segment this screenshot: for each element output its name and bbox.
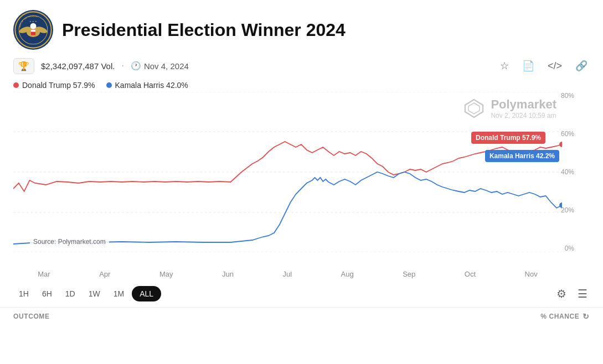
harris-tooltip: Kamala Harris 42.2% — [485, 150, 559, 162]
x-label-jul: Jul — [282, 270, 292, 278]
trump-legend-label: Donald Trump 57.9% — [22, 81, 95, 90]
volume-text: $2,342,097,487 Vol. — [41, 61, 115, 71]
time-buttons-row: 1H 6H 1D 1W 1M ALL ⚙ ☰ — [0, 278, 603, 307]
link-button[interactable]: 🔗 — [573, 58, 590, 74]
svg-rect-7 — [31, 30, 35, 32]
trump-legend-dot — [13, 82, 19, 88]
star-button[interactable]: ☆ — [498, 58, 511, 74]
x-label-aug: Aug — [341, 270, 354, 278]
y-axis: 80% 60% 40% 20% 0% — [561, 92, 576, 252]
chart-svg-container — [13, 92, 562, 252]
trump-legend-item: Donald Trump 57.9% — [13, 81, 95, 90]
x-label-nov: Nov — [525, 270, 538, 278]
document-button[interactable]: 📄 — [520, 58, 537, 74]
svg-point-5 — [30, 23, 37, 29]
bottom-bar: OUTCOME % CHANCE ↻ — [0, 307, 603, 325]
filter-button[interactable]: ⚙ — [554, 285, 569, 303]
toolbar: 🏆 $2,342,097,487 Vol. · 🕐 Nov 4, 2024 ☆ … — [0, 55, 603, 79]
x-label-sep: Sep — [403, 270, 415, 278]
y-label-80: 80% — [561, 92, 574, 100]
source-label: Source: Polymarket.com — [30, 237, 109, 247]
harris-legend-label: Kamala Harris 42.0% — [115, 81, 188, 90]
y-label-60: 60% — [561, 130, 574, 138]
x-axis: Mar Apr May Jun Jul Aug Sep Oct Nov — [0, 269, 575, 278]
page-title: Presidential Election Winner 2024 — [62, 20, 346, 40]
svg-text:★ ★ ★: ★ ★ ★ — [29, 20, 37, 23]
x-label-apr: Apr — [99, 270, 110, 278]
time-buttons-left: 1H 6H 1D 1W 1M ALL — [13, 286, 161, 301]
main-container: ★ ★ ★ SEAL OF THE PRESIDENT Presidential… — [0, 0, 603, 364]
chart-svg — [13, 92, 562, 252]
x-label-oct: Oct — [465, 270, 476, 278]
time-btn-1h[interactable]: 1H — [13, 286, 34, 301]
outcome-label: OUTCOME — [13, 313, 50, 320]
time-btn-all[interactable]: ALL — [132, 286, 161, 301]
time-buttons-right: ⚙ ☰ — [554, 285, 590, 303]
time-btn-1m[interactable]: 1M — [108, 286, 130, 301]
x-label-mar: Mar — [38, 270, 50, 278]
x-label-may: May — [159, 270, 173, 278]
clock-icon: 🕐 — [131, 61, 141, 71]
y-label-20: 20% — [561, 206, 574, 214]
trophy-badge: 🏆 — [13, 58, 34, 74]
chart-area: Polymarket Nov 2, 2024 10:59 am — [0, 92, 603, 269]
settings-button[interactable]: ☰ — [575, 285, 590, 303]
date-text: 🕐 Nov 4, 2024 — [131, 61, 189, 71]
chart-wrapper: Polymarket Nov 2, 2024 10:59 am — [13, 92, 590, 269]
toolbar-right: ☆ 📄 </> 🔗 — [498, 58, 590, 74]
header: ★ ★ ★ SEAL OF THE PRESIDENT Presidential… — [0, 0, 603, 55]
refresh-icon[interactable]: ↻ — [583, 312, 590, 321]
toolbar-left: 🏆 $2,342,097,487 Vol. · 🕐 Nov 4, 2024 — [13, 58, 189, 74]
code-button[interactable]: </> — [545, 58, 564, 74]
trump-tooltip: Donald Trump 57.9% — [471, 132, 545, 144]
time-btn-1d[interactable]: 1D — [60, 286, 81, 301]
harris-legend-item: Kamala Harris 42.0% — [106, 81, 188, 90]
y-label-40: 40% — [561, 168, 574, 176]
harris-legend-dot — [106, 82, 112, 88]
time-btn-6h[interactable]: 6H — [37, 286, 58, 301]
x-label-jun: Jun — [222, 270, 234, 278]
chance-label: % CHANCE ↻ — [540, 312, 590, 321]
legend: Donald Trump 57.9% Kamala Harris 42.0% — [0, 79, 603, 90]
time-btn-1w[interactable]: 1W — [83, 286, 106, 301]
y-label-0: 0% — [561, 245, 574, 252]
presidential-seal: ★ ★ ★ SEAL OF THE PRESIDENT — [13, 10, 53, 50]
